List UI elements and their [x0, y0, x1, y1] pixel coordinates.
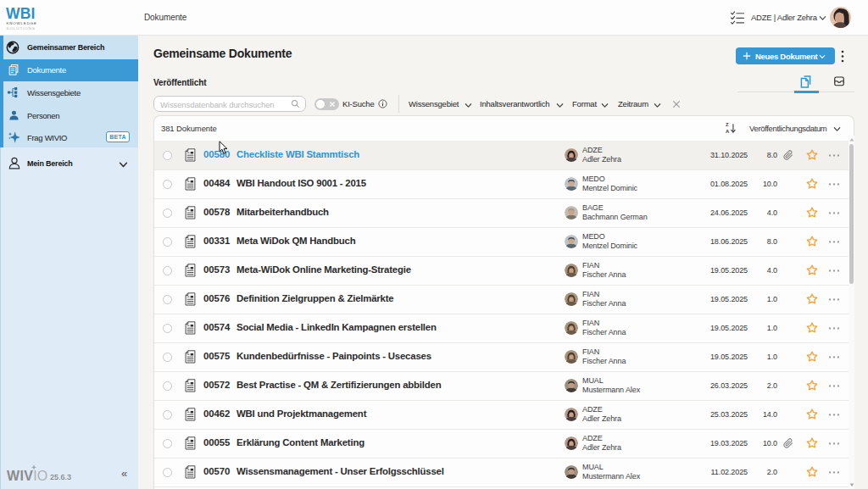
- svg-text:A: A: [726, 129, 730, 134]
- svg-text:Z: Z: [726, 122, 729, 127]
